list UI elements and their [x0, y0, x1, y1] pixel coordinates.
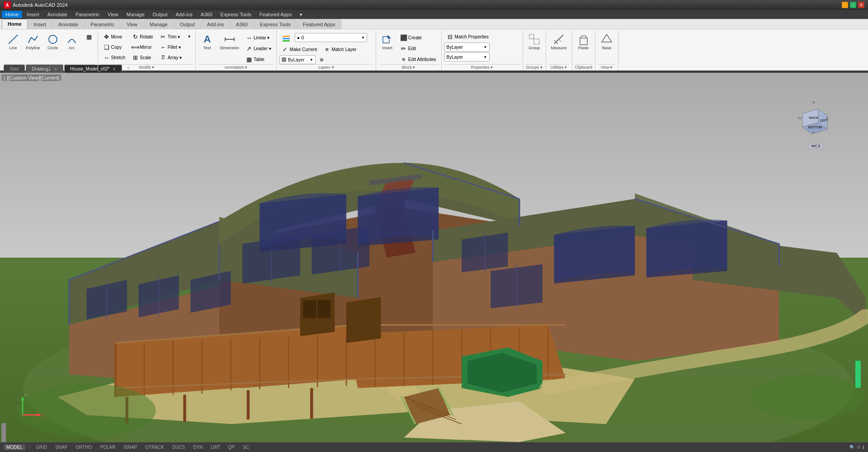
btn-copy[interactable]: ❑ Copy: [101, 42, 128, 52]
nav-cube[interactable]: BACK LEFT BOTTOM N E S W: [796, 100, 832, 136]
tab-manage[interactable]: Manage: [144, 19, 174, 29]
menu-output[interactable]: Output: [149, 11, 171, 18]
svg-rect-6: [283, 38, 290, 39]
tab-a360[interactable]: A360: [230, 19, 254, 29]
btn-mirror[interactable]: ⟺ Mirror: [129, 42, 155, 52]
svg-line-0: [9, 35, 18, 44]
status-settings-icon[interactable]: ⚙: [857, 445, 861, 450]
btn-create-block[interactable]: ⬛ Create: [398, 33, 439, 42]
menu-a360[interactable]: A360: [197, 11, 216, 18]
btn-text-label: Text: [203, 46, 211, 51]
scroll-thumb[interactable]: [1, 423, 6, 442]
status-ortho[interactable]: ORTHO: [73, 443, 94, 451]
tab-insert[interactable]: Insert: [28, 19, 52, 29]
tab-parametric[interactable]: Parametric: [85, 19, 120, 29]
btn-stretch[interactable]: ↔ Stretch: [101, 52, 128, 62]
btn-scale[interactable]: ⊞ Scale: [129, 52, 155, 62]
status-grid[interactable]: GRID: [33, 443, 49, 451]
menu-view[interactable]: View: [104, 11, 122, 18]
btn-linear[interactable]: ↔ Linear ▾: [243, 33, 274, 42]
line-icon: [7, 33, 19, 46]
menu-addins[interactable]: Add-ins: [172, 11, 196, 18]
more-draw-icon: ▦: [85, 33, 93, 40]
btn-fillet[interactable]: ⌐ Fillet ▾: [157, 42, 184, 52]
btn-make-current[interactable]: ✓ Make Current: [279, 44, 320, 54]
group-modify: ✥ Move ❑ Copy ↔ Stretch ↻ Rotate: [98, 31, 196, 71]
status-qp[interactable]: QP: [226, 443, 237, 451]
btn-leader[interactable]: ↗ Leader ▾: [243, 43, 274, 53]
viewport[interactable]: [-][Custom View][Current] BACK LEFT BOTT…: [0, 73, 868, 442]
btn-paste[interactable]: Paste: [575, 32, 592, 52]
tab-view[interactable]: View: [121, 19, 143, 29]
group-view: Base View ▾: [595, 31, 618, 71]
btn-match-properties-label: Match Properties: [455, 34, 489, 39]
btn-trim[interactable]: ✂ Trim ▾: [157, 32, 184, 42]
tab-annotate[interactable]: Annotate: [52, 19, 84, 29]
status-polar[interactable]: POLAR: [98, 443, 118, 451]
btn-rotate[interactable]: ↻ Rotate: [129, 32, 155, 42]
menu-parametric[interactable]: Parametric: [72, 11, 103, 18]
btn-match-properties[interactable]: ⊟ Match Properties: [444, 32, 491, 42]
menu-insert[interactable]: Insert: [23, 11, 43, 18]
tab-addins[interactable]: Add-ins: [201, 19, 230, 29]
btn-arc[interactable]: Arc: [63, 32, 80, 52]
layer-dropdown[interactable]: ● 0 ▼: [295, 33, 367, 42]
props-bylayer2[interactable]: ByLayer ▼: [444, 52, 490, 61]
btn-line[interactable]: Line: [5, 32, 22, 52]
btn-move[interactable]: ✥ Move: [101, 32, 128, 42]
btn-measure[interactable]: Measure: [549, 32, 569, 52]
btn-group[interactable]: Group: [526, 32, 543, 52]
tab-home[interactable]: Home: [2, 19, 28, 29]
props-bylayer1[interactable]: ByLayer ▼: [444, 42, 490, 52]
btn-match-layer[interactable]: ≡ Match Layer: [321, 44, 359, 54]
status-lwt[interactable]: LWT: [208, 443, 222, 451]
svg-text:S: S: [812, 131, 815, 135]
btn-more-draw[interactable]: ▦: [83, 32, 95, 42]
measure-icon: [552, 33, 565, 46]
minimize-button[interactable]: −: [842, 2, 848, 8]
btn-scale-label: Scale: [140, 55, 151, 60]
tab-express[interactable]: Express Tools: [254, 19, 297, 29]
close-button[interactable]: ✕: [858, 2, 864, 8]
create-block-icon: ⬛: [400, 34, 407, 41]
circle-icon: [47, 33, 59, 46]
btn-layer-properties[interactable]: [279, 32, 293, 43]
arc-icon: [66, 33, 78, 46]
btn-circle[interactable]: Circle: [44, 32, 61, 52]
btn-trim-label: Trim ▾: [168, 34, 180, 39]
status-isnap[interactable]: ISNAP: [121, 443, 139, 451]
btn-edit-block[interactable]: ✏ Edit: [398, 43, 439, 53]
tab-output[interactable]: Output: [174, 19, 201, 29]
btn-layer-more[interactable]: ⚙: [317, 56, 326, 64]
btn-insert[interactable]: Insert: [379, 32, 396, 52]
btn-table[interactable]: ▦ Table: [243, 54, 274, 64]
menu-express-tools[interactable]: Express Tools: [217, 11, 255, 18]
btn-base[interactable]: Base: [598, 32, 615, 52]
status-otrack[interactable]: OTRACK: [143, 443, 166, 451]
btn-array[interactable]: ⠿ Array ▾: [157, 52, 184, 62]
btn-text[interactable]: A Text: [198, 32, 216, 52]
status-ducs[interactable]: DUCS: [170, 443, 187, 451]
color-dropdown[interactable]: ByLayer ▼: [279, 55, 316, 64]
status-search-icon[interactable]: 🔍: [849, 445, 855, 450]
svg-rect-10: [529, 34, 534, 39]
status-dyn[interactable]: DYN: [191, 443, 205, 451]
model-button[interactable]: MODEL: [4, 444, 25, 450]
tab-featured[interactable]: Featured Apps: [297, 19, 341, 29]
status-sc[interactable]: SC: [241, 443, 251, 451]
menu-annotate[interactable]: Annotate: [44, 11, 71, 18]
btn-polyline[interactable]: Polyline: [24, 32, 42, 52]
status-snap[interactable]: SNAP: [53, 443, 70, 451]
maximize-button[interactable]: □: [850, 2, 856, 8]
match-props-icon: ⊟: [447, 33, 454, 40]
menu-manage[interactable]: Manage: [123, 11, 148, 18]
menu-home[interactable]: Home: [2, 11, 22, 18]
table-icon: ▦: [245, 56, 253, 63]
btn-modify-more[interactable]: ▾: [186, 33, 193, 40]
menu-more[interactable]: ▾: [296, 11, 306, 19]
group-layers: ● 0 ▼ ✓ Make Current ≡ Match Layer: [277, 31, 376, 71]
menu-featured-apps[interactable]: Featured Apps: [256, 11, 296, 18]
btn-edit-attributes[interactable]: ≡ Edit Attributes: [398, 54, 439, 64]
group-annotation: A Text Dimension ↔ Linear ▾ ↗: [196, 31, 276, 71]
btn-dimension[interactable]: Dimension: [217, 32, 241, 52]
